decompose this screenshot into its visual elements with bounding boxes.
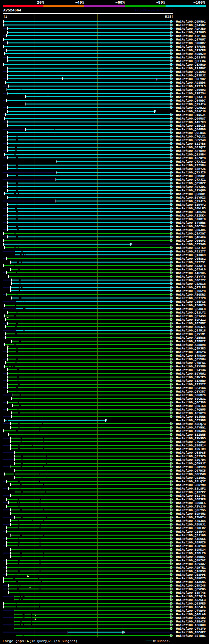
svg-text:UniRef100_Q85FX6: UniRef100_Q85FX6 xyxy=(176,300,206,304)
svg-text:UniRef100_B0JQ22: UniRef100_B0JQ22 xyxy=(176,146,206,149)
svg-text:UniRef100_Q6SJV8: UniRef100_Q6SJV8 xyxy=(176,56,206,59)
svg-text:UniRef100_Q7U6Y8: UniRef100_Q7U6Y8 xyxy=(176,289,206,293)
svg-text:UniRef100_A6FPZ6: UniRef100_A6FPZ6 xyxy=(176,541,206,544)
svg-text:UniRef100_Q8DJ05: UniRef100_Q8DJ05 xyxy=(176,228,206,232)
svg-text:UniRef100_A2BWG6: UniRef100_A2BWG6 xyxy=(176,336,206,340)
svg-text:UniRef100_B7KKQ0: UniRef100_B7KKQ0 xyxy=(176,354,206,358)
svg-text:UniRef100_B4VHR6: UniRef100_B4VHR6 xyxy=(176,221,206,225)
svg-text:20%: 20% xyxy=(37,1,44,5)
svg-text:UniRef100_B8HYJ6: UniRef100_B8HYJ6 xyxy=(176,167,206,171)
svg-text:UniRef100_Q7NFA1: UniRef100_Q7NFA1 xyxy=(176,361,206,365)
svg-text:|1: |1 xyxy=(3,15,7,19)
svg-text:UniRef100_B2J1G4: UniRef100_B2J1G4 xyxy=(176,386,206,390)
svg-text:=100char.: =100char. xyxy=(153,639,170,643)
svg-text:UniRef100_Q17UU7: UniRef100_Q17UU7 xyxy=(176,38,206,41)
svg-text:UniRef100_A2C1U2: UniRef100_A2C1U2 xyxy=(176,616,206,620)
svg-text:UniRef100_B1X5N6: UniRef100_B1X5N6 xyxy=(176,365,206,368)
svg-text:UniRef100_A3ZAT8: UniRef100_A3ZAT8 xyxy=(176,264,206,268)
svg-text:UniRef100_Q8VPB5: UniRef100_Q8VPB5 xyxy=(176,588,206,591)
svg-text:UniRef100_A3WHT4: UniRef100_A3WHT4 xyxy=(176,516,206,519)
svg-text:UniRef100_Q9AR22: UniRef100_Q9AR22 xyxy=(176,106,206,110)
svg-text:UniRef100_B0JUN6: UniRef100_B0JUN6 xyxy=(176,415,206,419)
svg-text:UniRef100_A3PD22: UniRef100_A3PD22 xyxy=(176,340,206,343)
svg-text:Large gaps:: Large gaps: xyxy=(3,639,26,643)
svg-text:UniRef100_A0YZD1: UniRef100_A0YZD1 xyxy=(176,185,206,189)
svg-text:UniRef100_C7QLX1: UniRef100_C7QLX1 xyxy=(176,135,206,138)
svg-text:UniRef100_B7KVV0: UniRef100_B7KVV0 xyxy=(176,465,206,469)
svg-text:UniRef100_A9NUZ9: UniRef100_A9NUZ9 xyxy=(176,52,206,56)
svg-text:AV524664: AV524664 xyxy=(3,8,21,13)
svg-text:~80%: ~80% xyxy=(156,1,165,5)
svg-text:UniRef100_A0ZFN7: UniRef100_A0ZFN7 xyxy=(176,322,206,325)
svg-text:UniRef100_Q7XJI3: UniRef100_Q7XJI3 xyxy=(176,95,206,99)
svg-text:UniRef100_A9JR07: UniRef100_A9JR07 xyxy=(176,67,206,70)
svg-text:UniRef100_B1LSF2: UniRef100_B1LSF2 xyxy=(176,487,206,491)
svg-text:UniRef100_C7CAA0: UniRef100_C7CAA0 xyxy=(176,440,206,444)
svg-text:UniRef100_A5GU20: UniRef100_A5GU20 xyxy=(176,304,206,307)
svg-text:UniRef100_B5IQ10: UniRef100_B5IQ10 xyxy=(176,595,206,598)
svg-text:UniRef100_B1XHR0: UniRef100_B1XHR0 xyxy=(176,379,206,383)
svg-text:UniRef100_B7T231: UniRef100_B7T231 xyxy=(176,261,206,264)
svg-text:UniRef100_Q2JRE8: UniRef100_Q2JRE8 xyxy=(176,307,206,311)
svg-text:(in Query)/: (in Query)/ xyxy=(29,639,51,643)
svg-text:538|: 538| xyxy=(165,15,173,19)
svg-text:UniRef100_P74134: UniRef100_P74134 xyxy=(176,368,206,372)
svg-text:UniRef100_Q118B4: UniRef100_Q118B4 xyxy=(176,153,206,156)
svg-text:UniRef100_B7FKU6: UniRef100_B7FKU6 xyxy=(176,45,206,49)
svg-text:UniRef100_B9YUW2: UniRef100_B9YUW2 xyxy=(176,372,206,376)
svg-text:(in Subject): (in Subject) xyxy=(54,639,77,643)
svg-text:UniRef100_A3PL26: UniRef100_A3PL26 xyxy=(176,552,206,555)
svg-text:UniRef100_Q9M591: UniRef100_Q9M591 xyxy=(176,20,206,24)
svg-text:UniRef100_Q945B7: UniRef100_Q945B7 xyxy=(176,24,206,27)
svg-text:UniRef100_A4CV05: UniRef100_A4CV05 xyxy=(176,271,206,275)
svg-text:UniRef100_Q6N9J7: UniRef100_Q6N9J7 xyxy=(176,462,206,465)
svg-text:UniRef100_A3IKK4: UniRef100_A3IKK4 xyxy=(176,214,206,217)
svg-text:~100%: ~100% xyxy=(193,1,205,5)
svg-text:UniRef100_Q46LA9: UniRef100_Q46LA9 xyxy=(176,613,206,616)
svg-text:UniRef100_B1WTP5: UniRef100_B1WTP5 xyxy=(176,376,206,379)
svg-text:UniRef100_B9KK34: UniRef100_B9KK34 xyxy=(176,548,206,552)
svg-text:UniRef100_A3V2J0: UniRef100_A3V2J0 xyxy=(176,505,206,508)
svg-text:UniRef100_A7NJG4: UniRef100_A7NJG4 xyxy=(176,519,206,523)
svg-text:UniRef100_Q7XJI2: UniRef100_Q7XJI2 xyxy=(176,160,206,164)
svg-text:UniRef100_Q8YRZ2: UniRef100_Q8YRZ2 xyxy=(176,182,206,185)
svg-text:UniRef100_A9W9D5: UniRef100_A9W9D5 xyxy=(176,437,206,440)
svg-text:UniRef100_A4YNQ1: UniRef100_A4YNQ1 xyxy=(176,426,206,429)
svg-text:UniRef100_B9R4M3: UniRef100_B9R4M3 xyxy=(176,512,206,516)
svg-text:UniRef100_Q3J166: UniRef100_Q3J166 xyxy=(176,534,206,537)
svg-text:UniRef100_B0CB31: UniRef100_B0CB31 xyxy=(176,397,206,401)
svg-text:UniRef100_B1WVY2: UniRef100_B1WVY2 xyxy=(176,203,206,207)
svg-text:UniRef100_A9PJB0: UniRef100_A9PJB0 xyxy=(176,27,206,31)
svg-text:UniRef100_Q6SFE5: UniRef100_Q6SFE5 xyxy=(176,602,206,605)
svg-text:UniRef100_A3IXI7: UniRef100_A3IXI7 xyxy=(176,383,206,386)
svg-text:UniRef100_Q7XJI5: UniRef100_Q7XJI5 xyxy=(176,200,206,203)
svg-text:UniRef100_B2XT59: UniRef100_B2XT59 xyxy=(176,246,206,250)
svg-text:UniRef100_A9DA86: UniRef100_A9DA86 xyxy=(176,429,206,433)
svg-text:UniRef100_Q7V1M1: UniRef100_Q7V1M1 xyxy=(176,332,206,336)
svg-text:UniRef100_A5GKR3: UniRef100_A5GKR3 xyxy=(176,293,206,297)
svg-text:UniRef100_Q5EFU4: UniRef100_Q5EFU4 xyxy=(176,59,206,63)
svg-text:UniRef100_B3Q7D4: UniRef100_B3Q7D4 xyxy=(176,458,206,462)
svg-text:UniRef100_Q07RX5: UniRef100_Q07RX5 xyxy=(176,469,206,473)
svg-text:UniRef100_A5UUJ1: UniRef100_A5UUJ1 xyxy=(176,523,206,526)
svg-text:UniRef100_Q84RD7: UniRef100_Q84RD7 xyxy=(176,99,206,103)
svg-text:UniRef100_C6T5W0: UniRef100_C6T5W0 xyxy=(176,243,206,246)
svg-text:UniRef100_A9HTE1: UniRef100_A9HTE1 xyxy=(176,566,206,570)
svg-text:UniRef100_P72584: UniRef100_P72584 xyxy=(176,164,206,167)
svg-text:UniRef100_P51277: UniRef100_P51277 xyxy=(176,250,206,253)
svg-text:UniRef100_A3VXW7: UniRef100_A3VXW7 xyxy=(176,562,206,566)
svg-text:UniRef100_A4S7X3: UniRef100_A4S7X3 xyxy=(176,121,206,124)
svg-text:UniRef100_Q9SDJ2: UniRef100_Q9SDJ2 xyxy=(176,74,206,77)
svg-text:UniRef100_A8LQ37: UniRef100_A8LQ37 xyxy=(176,480,206,483)
svg-text:UniRef100_A6DYG0: UniRef100_A6DYG0 xyxy=(176,544,206,548)
svg-text:UniRef100_Q3M381: UniRef100_Q3M381 xyxy=(176,174,206,178)
svg-text:UniRef100_Q40093: UniRef100_Q40093 xyxy=(176,88,206,92)
svg-text:UniRef100_C8RYM0: UniRef100_C8RYM0 xyxy=(176,483,206,487)
svg-text:UniRef100_A8YB99: UniRef100_A8YB99 xyxy=(176,149,206,153)
svg-text:UniRef100_B9HDR7: UniRef100_B9HDR7 xyxy=(176,41,206,45)
svg-text:UniRef100_B8KEY3: UniRef100_B8KEY3 xyxy=(176,577,206,580)
svg-text:UniRef100_Q2ISZ6: UniRef100_Q2ISZ6 xyxy=(176,455,206,458)
svg-text:UniRef100_Q4C390: UniRef100_Q4C390 xyxy=(176,401,206,404)
svg-text:UniRef100_B1ZBN5: UniRef100_B1ZBN5 xyxy=(176,433,206,437)
svg-text:UniRef100_Q28W44: UniRef100_Q28W44 xyxy=(176,530,206,534)
